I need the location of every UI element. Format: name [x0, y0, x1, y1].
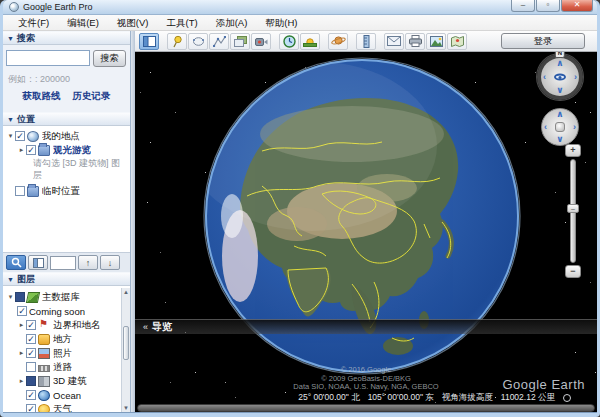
- expander-open-icon[interactable]: ▾: [6, 132, 15, 140]
- status-altitude-label: 视角海拔高度: [442, 392, 493, 404]
- search-panel-header[interactable]: ▼ 搜索: [3, 31, 130, 45]
- expander-closed-icon[interactable]: ▸: [17, 146, 26, 154]
- history-link[interactable]: 历史记录: [73, 90, 111, 103]
- checkbox[interactable]: [26, 145, 36, 155]
- move-up-arrow-icon[interactable]: ∧: [556, 110, 563, 119]
- title-bar[interactable]: Google Earth Pro – ▫ ✕: [3, 0, 597, 15]
- layers-panel-header[interactable]: ▼ 图层: [3, 272, 130, 286]
- save-image-button[interactable]: [426, 33, 446, 50]
- expander-open-icon[interactable]: ▾: [6, 293, 15, 301]
- layer-item[interactable]: Coming soon: [3, 304, 130, 318]
- checkbox[interactable]: [26, 320, 36, 330]
- add-image-overlay-button[interactable]: [230, 33, 250, 50]
- places-view-toggle-button[interactable]: [28, 255, 48, 270]
- layer-item[interactable]: 天气: [3, 402, 130, 412]
- checkbox[interactable]: [26, 348, 36, 358]
- expand-chevron-icon[interactable]: «: [143, 322, 148, 332]
- zoom-in-button[interactable]: +: [565, 144, 581, 157]
- look-right-arrow-icon[interactable]: ›: [574, 73, 577, 82]
- move-down-arrow-icon[interactable]: ∨: [556, 135, 563, 144]
- menu-edit[interactable]: 编辑(E): [58, 15, 108, 31]
- maximize-button[interactable]: ▫: [536, 0, 560, 12]
- look-joystick[interactable]: N ∧ ∨ ‹ ›: [537, 54, 583, 100]
- checkbox-partial[interactable]: [15, 292, 25, 302]
- look-left-arrow-icon[interactable]: ‹: [543, 73, 546, 82]
- search-button[interactable]: 搜索: [93, 50, 126, 67]
- sidebar-toggle-icon: [143, 36, 156, 47]
- add-placemark-button[interactable]: [167, 33, 187, 50]
- bottom-scrollbar[interactable]: [137, 404, 595, 412]
- layer-item[interactable]: 地方: [3, 332, 130, 346]
- layer-item[interactable]: ▸ 边界和地名: [3, 318, 130, 332]
- layers-scrollbar[interactable]: ▲ ▼: [121, 288, 130, 412]
- places-filter-input[interactable]: [50, 256, 76, 270]
- layer-item[interactable]: Ocean: [3, 388, 130, 402]
- search-places-button[interactable]: [6, 255, 26, 270]
- add-path-button[interactable]: [209, 33, 229, 50]
- menu-file[interactable]: 文件(F): [9, 15, 58, 31]
- flag-icon: [38, 320, 50, 331]
- sign-in-button[interactable]: 登录: [501, 33, 585, 49]
- look-down-arrow-icon[interactable]: ∨: [556, 86, 563, 95]
- ruler-button[interactable]: [356, 33, 376, 50]
- move-left-arrow-icon[interactable]: ‹: [544, 123, 547, 132]
- menu-tools[interactable]: 工具(T): [157, 15, 206, 31]
- move-down-button[interactable]: ↓: [100, 255, 120, 270]
- look-up-arrow-icon[interactable]: ∧: [556, 59, 563, 68]
- scroll-up-icon[interactable]: ▲: [122, 289, 130, 295]
- get-directions-link[interactable]: 获取路线: [23, 90, 61, 103]
- scroll-down-icon[interactable]: ▼: [122, 405, 130, 411]
- layer-item-primary-database[interactable]: ▾ 主数据库: [3, 290, 130, 304]
- menu-help[interactable]: 帮助(H): [256, 15, 306, 31]
- zoom-thumb[interactable]: –: [567, 204, 579, 213]
- zoom-out-button[interactable]: −: [565, 265, 581, 278]
- email-button[interactable]: [384, 33, 404, 50]
- checkbox[interactable]: [26, 362, 36, 372]
- places-panel-header[interactable]: ▼ 位置: [3, 112, 130, 126]
- move-right-arrow-icon[interactable]: ›: [573, 123, 576, 132]
- checkbox[interactable]: [15, 131, 25, 141]
- pan-hand-icon: [555, 122, 565, 132]
- layer-item[interactable]: 道路: [3, 360, 130, 374]
- checkbox[interactable]: [15, 186, 25, 196]
- checkbox-partial[interactable]: [26, 376, 36, 386]
- image-overlay-icon: [234, 36, 247, 47]
- expander-closed-icon[interactable]: ▸: [17, 321, 26, 329]
- places-panel-title: 位置: [17, 113, 35, 126]
- earth-viewport[interactable]: N ∧ ∨ ‹ › ∧ ∨ ‹ › + –: [135, 52, 597, 412]
- status-latitude: 25° 00'00.00" 北: [298, 392, 359, 404]
- layer-item[interactable]: ▸ 照片: [3, 346, 130, 360]
- tree-item-my-places[interactable]: ▾ 我的地点: [3, 129, 130, 143]
- zoom-track[interactable]: –: [570, 159, 576, 263]
- checkbox[interactable]: [17, 306, 27, 316]
- checkbox[interactable]: [26, 334, 36, 344]
- zoom-slider[interactable]: + – −: [565, 144, 581, 282]
- sunlight-button[interactable]: [300, 33, 320, 50]
- move-joystick[interactable]: ∧ ∨ ‹ ›: [541, 108, 579, 146]
- down-arrow-icon: ↓: [108, 258, 113, 268]
- envelope-icon: [387, 36, 401, 46]
- close-button[interactable]: ✕: [561, 0, 593, 12]
- tree-item-sightseeing-tour[interactable]: ▸ 观光游览: [3, 143, 130, 157]
- search-input[interactable]: [6, 50, 90, 66]
- folder-icon: [27, 186, 39, 197]
- move-up-button[interactable]: ↑: [78, 255, 98, 270]
- menu-add[interactable]: 添加(A): [207, 15, 257, 31]
- expander-closed-icon[interactable]: ▸: [17, 377, 26, 385]
- minimize-button[interactable]: –: [511, 0, 535, 12]
- menu-view[interactable]: 视图(V): [108, 15, 158, 31]
- checkbox[interactable]: [26, 390, 36, 400]
- sidebar-toggle-button[interactable]: [139, 33, 159, 50]
- view-in-google-maps-button[interactable]: [447, 33, 467, 50]
- scrollbar-thumb[interactable]: [123, 326, 129, 360]
- layer-item[interactable]: ▸ 3D 建筑: [3, 374, 130, 388]
- expander-closed-icon[interactable]: ▸: [17, 349, 26, 357]
- record-tour-button[interactable]: [251, 33, 271, 50]
- add-polygon-button[interactable]: [188, 33, 208, 50]
- checkbox[interactable]: [26, 404, 36, 412]
- print-button[interactable]: [405, 33, 425, 50]
- tree-item-temporary-places[interactable]: 临时位置: [3, 184, 130, 198]
- tour-guide-bar[interactable]: « 导览: [135, 319, 597, 334]
- historical-imagery-button[interactable]: [279, 33, 299, 50]
- planets-button[interactable]: [328, 33, 348, 50]
